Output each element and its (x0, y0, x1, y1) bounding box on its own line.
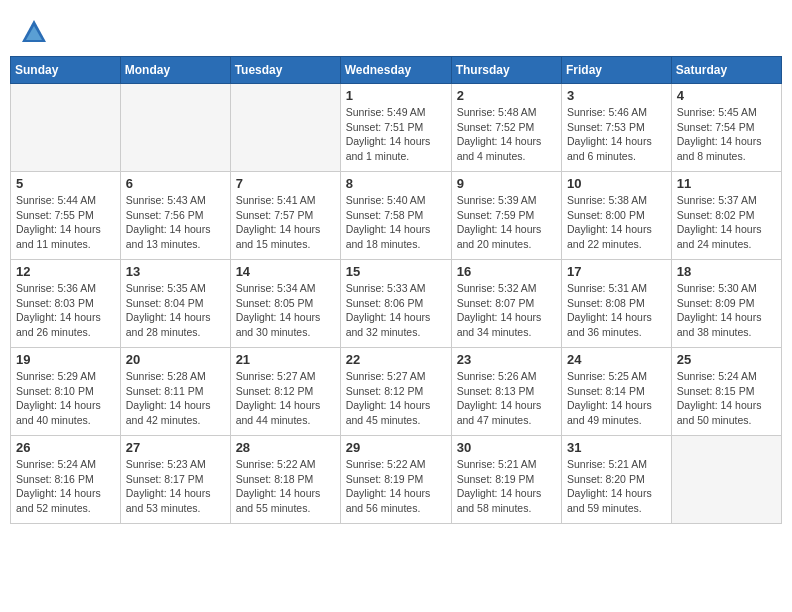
day-info: Sunrise: 5:21 AM Sunset: 8:20 PM Dayligh… (567, 457, 666, 516)
day-info: Sunrise: 5:38 AM Sunset: 8:00 PM Dayligh… (567, 193, 666, 252)
day-info: Sunrise: 5:27 AM Sunset: 8:12 PM Dayligh… (236, 369, 335, 428)
calendar-cell: 22Sunrise: 5:27 AM Sunset: 8:12 PM Dayli… (340, 348, 451, 436)
day-info: Sunrise: 5:36 AM Sunset: 8:03 PM Dayligh… (16, 281, 115, 340)
day-info: Sunrise: 5:21 AM Sunset: 8:19 PM Dayligh… (457, 457, 556, 516)
day-info: Sunrise: 5:45 AM Sunset: 7:54 PM Dayligh… (677, 105, 776, 164)
calendar-cell: 30Sunrise: 5:21 AM Sunset: 8:19 PM Dayli… (451, 436, 561, 524)
day-of-week-header: Tuesday (230, 57, 340, 84)
day-number: 24 (567, 352, 666, 367)
day-of-week-header: Wednesday (340, 57, 451, 84)
day-info: Sunrise: 5:48 AM Sunset: 7:52 PM Dayligh… (457, 105, 556, 164)
day-number: 31 (567, 440, 666, 455)
day-info: Sunrise: 5:24 AM Sunset: 8:16 PM Dayligh… (16, 457, 115, 516)
calendar-cell: 21Sunrise: 5:27 AM Sunset: 8:12 PM Dayli… (230, 348, 340, 436)
day-info: Sunrise: 5:49 AM Sunset: 7:51 PM Dayligh… (346, 105, 446, 164)
calendar-cell (11, 84, 121, 172)
day-number: 6 (126, 176, 225, 191)
calendar-week-row: 5Sunrise: 5:44 AM Sunset: 7:55 PM Daylig… (11, 172, 782, 260)
calendar-cell (120, 84, 230, 172)
day-info: Sunrise: 5:27 AM Sunset: 8:12 PM Dayligh… (346, 369, 446, 428)
day-info: Sunrise: 5:28 AM Sunset: 8:11 PM Dayligh… (126, 369, 225, 428)
calendar-cell: 9Sunrise: 5:39 AM Sunset: 7:59 PM Daylig… (451, 172, 561, 260)
calendar-cell: 5Sunrise: 5:44 AM Sunset: 7:55 PM Daylig… (11, 172, 121, 260)
calendar-cell: 15Sunrise: 5:33 AM Sunset: 8:06 PM Dayli… (340, 260, 451, 348)
page-header (10, 10, 782, 50)
calendar-cell: 28Sunrise: 5:22 AM Sunset: 8:18 PM Dayli… (230, 436, 340, 524)
day-info: Sunrise: 5:22 AM Sunset: 8:18 PM Dayligh… (236, 457, 335, 516)
day-info: Sunrise: 5:39 AM Sunset: 7:59 PM Dayligh… (457, 193, 556, 252)
day-number: 25 (677, 352, 776, 367)
calendar-cell: 12Sunrise: 5:36 AM Sunset: 8:03 PM Dayli… (11, 260, 121, 348)
calendar-cell: 14Sunrise: 5:34 AM Sunset: 8:05 PM Dayli… (230, 260, 340, 348)
day-number: 14 (236, 264, 335, 279)
calendar-cell: 6Sunrise: 5:43 AM Sunset: 7:56 PM Daylig… (120, 172, 230, 260)
day-number: 5 (16, 176, 115, 191)
day-info: Sunrise: 5:33 AM Sunset: 8:06 PM Dayligh… (346, 281, 446, 340)
calendar-cell: 27Sunrise: 5:23 AM Sunset: 8:17 PM Dayli… (120, 436, 230, 524)
day-number: 16 (457, 264, 556, 279)
calendar-cell: 23Sunrise: 5:26 AM Sunset: 8:13 PM Dayli… (451, 348, 561, 436)
day-number: 9 (457, 176, 556, 191)
calendar-header-row: SundayMondayTuesdayWednesdayThursdayFrid… (11, 57, 782, 84)
day-of-week-header: Thursday (451, 57, 561, 84)
day-number: 1 (346, 88, 446, 103)
day-info: Sunrise: 5:29 AM Sunset: 8:10 PM Dayligh… (16, 369, 115, 428)
calendar-cell: 29Sunrise: 5:22 AM Sunset: 8:19 PM Dayli… (340, 436, 451, 524)
day-number: 27 (126, 440, 225, 455)
day-number: 21 (236, 352, 335, 367)
calendar-cell: 4Sunrise: 5:45 AM Sunset: 7:54 PM Daylig… (671, 84, 781, 172)
day-number: 13 (126, 264, 225, 279)
calendar-week-row: 12Sunrise: 5:36 AM Sunset: 8:03 PM Dayli… (11, 260, 782, 348)
day-of-week-header: Sunday (11, 57, 121, 84)
logo-icon (20, 18, 48, 46)
day-of-week-header: Friday (562, 57, 672, 84)
day-info: Sunrise: 5:34 AM Sunset: 8:05 PM Dayligh… (236, 281, 335, 340)
day-number: 2 (457, 88, 556, 103)
calendar-cell: 17Sunrise: 5:31 AM Sunset: 8:08 PM Dayli… (562, 260, 672, 348)
day-number: 4 (677, 88, 776, 103)
calendar-cell: 3Sunrise: 5:46 AM Sunset: 7:53 PM Daylig… (562, 84, 672, 172)
day-number: 7 (236, 176, 335, 191)
day-info: Sunrise: 5:22 AM Sunset: 8:19 PM Dayligh… (346, 457, 446, 516)
day-number: 12 (16, 264, 115, 279)
day-info: Sunrise: 5:32 AM Sunset: 8:07 PM Dayligh… (457, 281, 556, 340)
day-info: Sunrise: 5:46 AM Sunset: 7:53 PM Dayligh… (567, 105, 666, 164)
calendar-cell: 24Sunrise: 5:25 AM Sunset: 8:14 PM Dayli… (562, 348, 672, 436)
calendar-week-row: 26Sunrise: 5:24 AM Sunset: 8:16 PM Dayli… (11, 436, 782, 524)
day-number: 30 (457, 440, 556, 455)
day-number: 3 (567, 88, 666, 103)
day-number: 22 (346, 352, 446, 367)
day-info: Sunrise: 5:26 AM Sunset: 8:13 PM Dayligh… (457, 369, 556, 428)
day-info: Sunrise: 5:43 AM Sunset: 7:56 PM Dayligh… (126, 193, 225, 252)
calendar-week-row: 19Sunrise: 5:29 AM Sunset: 8:10 PM Dayli… (11, 348, 782, 436)
calendar-cell: 25Sunrise: 5:24 AM Sunset: 8:15 PM Dayli… (671, 348, 781, 436)
calendar-cell: 8Sunrise: 5:40 AM Sunset: 7:58 PM Daylig… (340, 172, 451, 260)
calendar-cell: 18Sunrise: 5:30 AM Sunset: 8:09 PM Dayli… (671, 260, 781, 348)
calendar-week-row: 1Sunrise: 5:49 AM Sunset: 7:51 PM Daylig… (11, 84, 782, 172)
day-of-week-header: Saturday (671, 57, 781, 84)
day-info: Sunrise: 5:35 AM Sunset: 8:04 PM Dayligh… (126, 281, 225, 340)
calendar-cell: 19Sunrise: 5:29 AM Sunset: 8:10 PM Dayli… (11, 348, 121, 436)
day-number: 17 (567, 264, 666, 279)
day-info: Sunrise: 5:40 AM Sunset: 7:58 PM Dayligh… (346, 193, 446, 252)
day-info: Sunrise: 5:30 AM Sunset: 8:09 PM Dayligh… (677, 281, 776, 340)
day-number: 10 (567, 176, 666, 191)
calendar-cell (671, 436, 781, 524)
day-number: 28 (236, 440, 335, 455)
day-info: Sunrise: 5:31 AM Sunset: 8:08 PM Dayligh… (567, 281, 666, 340)
day-number: 8 (346, 176, 446, 191)
day-info: Sunrise: 5:37 AM Sunset: 8:02 PM Dayligh… (677, 193, 776, 252)
day-number: 18 (677, 264, 776, 279)
day-number: 19 (16, 352, 115, 367)
day-number: 15 (346, 264, 446, 279)
day-number: 29 (346, 440, 446, 455)
day-info: Sunrise: 5:41 AM Sunset: 7:57 PM Dayligh… (236, 193, 335, 252)
calendar-cell: 16Sunrise: 5:32 AM Sunset: 8:07 PM Dayli… (451, 260, 561, 348)
day-info: Sunrise: 5:24 AM Sunset: 8:15 PM Dayligh… (677, 369, 776, 428)
calendar-cell: 11Sunrise: 5:37 AM Sunset: 8:02 PM Dayli… (671, 172, 781, 260)
day-number: 11 (677, 176, 776, 191)
day-of-week-header: Monday (120, 57, 230, 84)
calendar-cell: 26Sunrise: 5:24 AM Sunset: 8:16 PM Dayli… (11, 436, 121, 524)
calendar-cell: 13Sunrise: 5:35 AM Sunset: 8:04 PM Dayli… (120, 260, 230, 348)
day-info: Sunrise: 5:23 AM Sunset: 8:17 PM Dayligh… (126, 457, 225, 516)
